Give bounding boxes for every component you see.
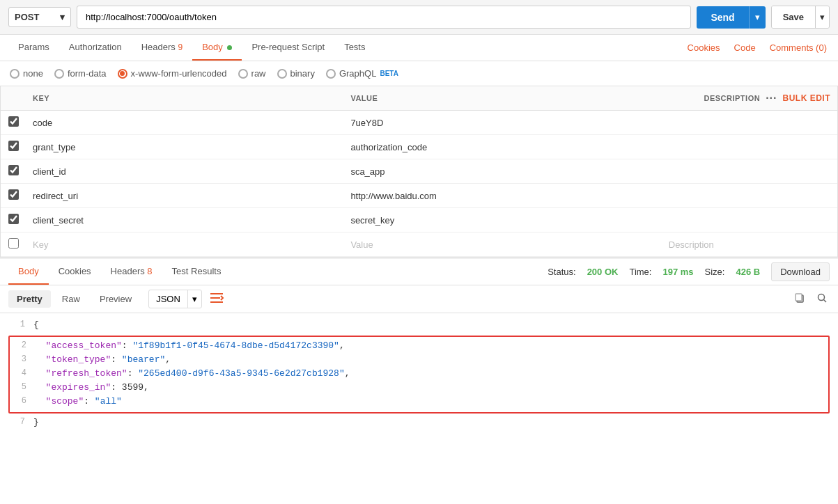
resp-tab-headers[interactable]: Headers 8 [101, 259, 162, 285]
table-row: code 7ueY8D [1, 111, 837, 135]
line-content-7: } [33, 416, 830, 430]
row-checkbox-cell-2 [1, 159, 26, 184]
row-key-2: client_id [26, 159, 343, 184]
th-desc-label: DESCRIPTION [704, 94, 760, 102]
view-pretty[interactable]: Pretty [8, 290, 51, 308]
radio-form-data[interactable]: form-data [54, 68, 107, 79]
svg-rect-4 [796, 294, 802, 301]
row-checkbox-3[interactable] [8, 189, 19, 200]
th-checkbox [1, 86, 26, 111]
response-bar: Body Cookies Headers 8 Test Results Stat… [0, 258, 838, 285]
row-value-4: secret_key [343, 208, 661, 233]
code-line-2: 2 "access_token": "1f89b1f1-0f45-4674-8d… [10, 340, 828, 354]
radio-none[interactable]: none [10, 68, 43, 79]
row-value-1: authorization_code [343, 135, 661, 159]
code-area: 1 { 2 "access_token": "1f89b1f1-0f45-467… [0, 313, 838, 436]
status-bar: Status: 200 OK Time: 197 ms Size: 426 B … [548, 262, 830, 281]
headers-badge: 9 [178, 42, 183, 52]
line-num-4: 4 [10, 368, 35, 381]
row-checkbox-cell-1 [1, 135, 26, 159]
download-button[interactable]: Download [771, 262, 830, 281]
svg-point-5 [818, 294, 825, 301]
line-num-2: 2 [10, 340, 35, 354]
row-checkbox-0[interactable] [8, 116, 19, 127]
radio-raw[interactable]: raw [238, 68, 266, 79]
tab-tests[interactable]: Tests [334, 35, 375, 61]
radio-graphql[interactable]: GraphQL BETA [326, 68, 398, 79]
save-button[interactable]: Save [772, 6, 815, 28]
svg-rect-2 [210, 301, 223, 303]
method-label: POST [15, 12, 39, 22]
svg-rect-0 [210, 293, 223, 294]
status-label: Status: [548, 267, 575, 277]
table-row: grant_type authorization_code [1, 135, 837, 159]
radio-binary[interactable]: binary [277, 68, 315, 79]
line-content-4: "refresh_token": "265ed400-d9f6-43a5-934… [35, 368, 828, 381]
comments-link[interactable]: Comments (0) [767, 36, 830, 60]
more-options-icon[interactable]: ··· [766, 92, 777, 104]
beta-badge: BETA [380, 70, 398, 77]
placeholder-key[interactable]: Key [26, 233, 343, 257]
placeholder-desc[interactable]: Description [662, 233, 837, 257]
params-table: KEY VALUE DESCRIPTION ··· Bulk Edit code… [1, 86, 837, 257]
send-button[interactable]: Send [697, 6, 748, 29]
tab-authorization[interactable]: Authorization [59, 35, 132, 61]
format-json[interactable]: JSON [149, 290, 187, 308]
row-key-4: client_secret [26, 208, 343, 233]
search-icon[interactable] [814, 290, 830, 308]
tab-params[interactable]: Params [8, 35, 59, 61]
url-input[interactable] [77, 6, 691, 29]
resp-tab-body[interactable]: Body [8, 259, 49, 285]
th-desc: DESCRIPTION ··· Bulk Edit [662, 86, 837, 111]
line-num-7: 7 [8, 416, 33, 430]
row-checkbox-cell-0 [1, 111, 26, 135]
code-link[interactable]: Code [731, 36, 759, 60]
line-content-6: "scope": "all" [35, 395, 828, 409]
method-select[interactable]: POST ▾ [8, 7, 71, 27]
svg-rect-1 [210, 297, 220, 299]
radio-circle-none [10, 69, 20, 79]
resp-tab-cookies[interactable]: Cookies [49, 259, 101, 285]
copy-icon[interactable] [792, 290, 807, 308]
body-type-selector: none form-data x-www-form-urlencoded raw… [0, 61, 838, 86]
row-desc-3 [662, 184, 837, 208]
row-checkbox-4[interactable] [8, 214, 19, 224]
main-tabs: Params Authorization Headers 9 Body Pre-… [0, 35, 838, 61]
row-checkbox-1[interactable] [8, 141, 19, 151]
line-num-6: 6 [10, 395, 35, 409]
bulk-edit-button[interactable]: Bulk Edit [783, 93, 831, 103]
tab-headers[interactable]: Headers 9 [132, 35, 192, 61]
th-value: VALUE [343, 86, 661, 111]
send-dropdown[interactable]: ▾ [749, 6, 766, 29]
view-bar: Pretty Raw Preview JSON ▾ [0, 285, 838, 313]
size-value: 426 B [736, 267, 760, 277]
radio-circle-urlencoded [118, 69, 127, 79]
tab-body[interactable]: Body [192, 35, 242, 61]
row-desc-2 [662, 159, 837, 184]
resp-tab-test-results[interactable]: Test Results [162, 259, 231, 285]
tab-right-links: Cookies Code Comments (0) [685, 36, 830, 60]
placeholder-checkbox[interactable] [8, 238, 19, 249]
placeholder-value[interactable]: Value [343, 233, 661, 257]
params-table-wrapper: KEY VALUE DESCRIPTION ··· Bulk Edit code… [0, 86, 838, 258]
cookies-link[interactable]: Cookies [685, 36, 723, 60]
tab-pre-request[interactable]: Pre-request Script [242, 35, 334, 61]
code-line-3: 3 "token_type": "bearer", [10, 354, 828, 368]
view-preview[interactable]: Preview [91, 290, 140, 308]
format-dropdown[interactable]: ▾ [187, 290, 201, 308]
top-bar: POST ▾ Send ▾ Save ▾ [0, 0, 838, 35]
wrap-button[interactable] [210, 291, 224, 307]
radio-circle-form-data [54, 69, 64, 79]
radio-circle-raw [238, 69, 248, 79]
radio-urlencoded[interactable]: x-www-form-urlencoded [118, 68, 227, 79]
row-value-0: 7ueY8D [343, 111, 661, 135]
row-checkbox-2[interactable] [8, 165, 19, 175]
view-raw[interactable]: Raw [54, 290, 88, 308]
save-dropdown[interactable]: ▾ [815, 6, 829, 28]
time-label: Time: [629, 267, 651, 277]
placeholder-row: Key Value Description [1, 233, 837, 257]
svg-line-6 [824, 300, 827, 303]
save-button-group: Save ▾ [771, 6, 830, 29]
row-desc-0 [662, 111, 837, 135]
status-value: 200 OK [587, 267, 619, 277]
